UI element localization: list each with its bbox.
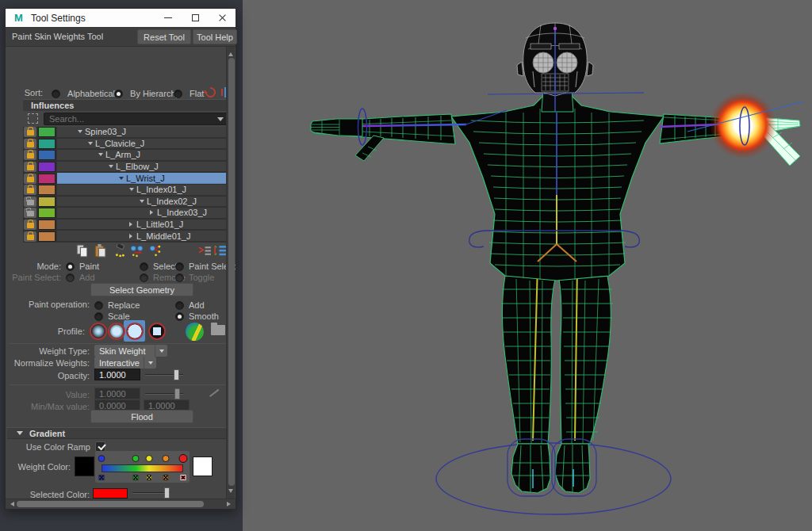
radio-icon[interactable] <box>66 273 75 282</box>
flood-button[interactable]: Flood <box>90 410 193 423</box>
scroll-right-icon[interactable] <box>227 502 233 506</box>
influence-row[interactable]: L_Arm_J <box>23 150 231 161</box>
expand-arrow-icon[interactable] <box>150 210 155 215</box>
weight-type-dropdown[interactable]: Skin Weight <box>94 345 167 357</box>
mode-select-radio[interactable]: Select <box>140 261 178 271</box>
mode-paint-radio[interactable]: Paint <box>66 261 99 271</box>
ramp-stop-handle[interactable] <box>145 455 152 462</box>
search-dropdown-icon[interactable] <box>217 117 224 124</box>
influence-row[interactable]: L_Middle01_J <box>23 231 231 242</box>
lock-icon[interactable] <box>24 231 36 242</box>
lock-icon[interactable] <box>24 208 36 218</box>
scroll-left-icon[interactable] <box>8 502 14 506</box>
horizontal-scrollbar[interactable] <box>6 499 236 509</box>
paint-select-toggle-radio[interactable]: Toggle <box>175 272 214 282</box>
maximize-button[interactable] <box>182 9 209 27</box>
filter-scope-icon[interactable] <box>28 113 38 124</box>
hammer-weights-icon[interactable] <box>112 244 125 258</box>
expand-arrow-icon[interactable] <box>129 222 135 227</box>
influence-row[interactable]: L_Clavicle_J <box>23 139 231 150</box>
brush-solid-icon[interactable] <box>126 323 144 340</box>
expand-arrow-icon[interactable] <box>119 177 124 182</box>
value-field[interactable] <box>94 388 140 399</box>
dropdown-arrow-icon[interactable] <box>155 345 167 357</box>
ramp-stop-handle[interactable] <box>132 455 140 462</box>
opacity-field[interactable] <box>94 369 140 380</box>
reset-tool-button[interactable]: Reset Tool <box>137 29 191 44</box>
search-input[interactable] <box>44 113 228 125</box>
close-button[interactable] <box>209 9 236 27</box>
viewport-canvas[interactable] <box>243 0 812 531</box>
radio-icon[interactable] <box>175 312 184 321</box>
influence-row[interactable]: L_Elbow_J <box>23 162 231 173</box>
influences-header[interactable]: Influences <box>23 99 231 111</box>
lock-icon[interactable] <box>24 127 36 137</box>
influence-color-swatch[interactable] <box>38 231 56 242</box>
swap-weights-icon[interactable] <box>148 244 162 258</box>
influence-color-swatch[interactable] <box>38 220 56 230</box>
expand-arrow-icon[interactable] <box>88 142 93 147</box>
selected-color-slider[interactable] <box>132 487 170 499</box>
selected-color-swatch[interactable] <box>93 488 128 499</box>
collapse-arrow-icon[interactable] <box>17 431 23 438</box>
tool-help-button[interactable]: Tool Help <box>193 29 237 44</box>
ramp-end-color-swatch[interactable] <box>193 457 213 476</box>
lock-icon[interactable] <box>24 150 36 160</box>
opacity-slider[interactable] <box>145 369 183 380</box>
slider-handle[interactable] <box>174 369 179 380</box>
sort-by-hierarchy-radio[interactable]: By Hierarchy <box>114 88 180 98</box>
operation-replace-radio[interactable]: Replace <box>94 300 140 310</box>
value-slider[interactable] <box>145 388 183 399</box>
influence-row[interactable]: L_Index03_J <box>23 208 231 219</box>
slider-handle[interactable] <box>174 388 180 399</box>
radio-icon[interactable] <box>94 301 103 310</box>
influence-row[interactable]: L_Index02_J <box>23 197 231 208</box>
radio-icon[interactable] <box>174 90 182 98</box>
lock-icon[interactable] <box>24 139 36 149</box>
expand-arrow-icon[interactable] <box>78 130 82 136</box>
ramp-stop-handle[interactable] <box>179 454 188 463</box>
vertical-scroll-thumb[interactable] <box>228 58 235 486</box>
slider-handle[interactable] <box>164 487 170 499</box>
expand-arrow-icon[interactable] <box>129 188 134 193</box>
ramp-stop-handle[interactable] <box>98 455 105 462</box>
scroll-down-icon[interactable] <box>228 489 233 495</box>
influence-color-swatch[interactable] <box>38 139 56 149</box>
copy-weights-icon[interactable] <box>75 244 89 258</box>
influence-row[interactable]: Spine03_J <box>23 127 231 138</box>
sort-flat-radio[interactable]: Flat <box>174 88 204 98</box>
browse-brush-folder-icon[interactable] <box>211 325 225 335</box>
lock-icon[interactable] <box>24 174 36 184</box>
ramp-stop-marker[interactable] <box>163 475 169 480</box>
influence-color-swatch[interactable] <box>38 208 56 218</box>
move-weights-icon[interactable] <box>130 244 144 258</box>
expand-arrow-icon[interactable] <box>98 153 103 159</box>
ramp-stop-marker[interactable] <box>99 475 105 480</box>
influence-color-swatch[interactable] <box>38 150 56 160</box>
influence-color-swatch[interactable] <box>38 197 56 207</box>
influence-color-swatch[interactable] <box>38 127 56 137</box>
radio-icon[interactable] <box>114 90 123 98</box>
influence-row[interactable]: L_Index01_J <box>23 185 231 196</box>
ramp-gradient-bar[interactable] <box>102 464 183 472</box>
brush-image-sphere-icon[interactable] <box>186 323 204 341</box>
expand-arrow-icon[interactable] <box>129 234 135 239</box>
brush-gaussian-icon[interactable] <box>90 323 107 340</box>
weight-color-swatch[interactable] <box>75 457 94 476</box>
color-ramp[interactable] <box>95 451 190 483</box>
lock-icon[interactable] <box>24 197 36 207</box>
lock-icon[interactable] <box>24 220 36 230</box>
vertical-scrollbar[interactable] <box>226 47 235 499</box>
viewport-panel[interactable] <box>243 0 812 531</box>
show-influenced-list-icon[interactable] <box>198 244 212 258</box>
brush-soft-icon[interactable] <box>108 323 125 340</box>
normalize-weights-dropdown[interactable]: Interactive <box>94 357 156 369</box>
paste-weights-icon[interactable] <box>94 244 107 258</box>
radio-icon[interactable] <box>52 90 60 98</box>
value-pencil-icon[interactable] <box>208 388 218 399</box>
influence-row-selected[interactable]: L_Wrist_J <box>23 173 231 184</box>
radio-icon[interactable] <box>140 273 148 282</box>
radio-icon[interactable] <box>175 301 184 310</box>
select-geometry-button[interactable]: Select Geometry <box>90 283 193 296</box>
refresh-influences-icon[interactable] <box>203 85 217 99</box>
